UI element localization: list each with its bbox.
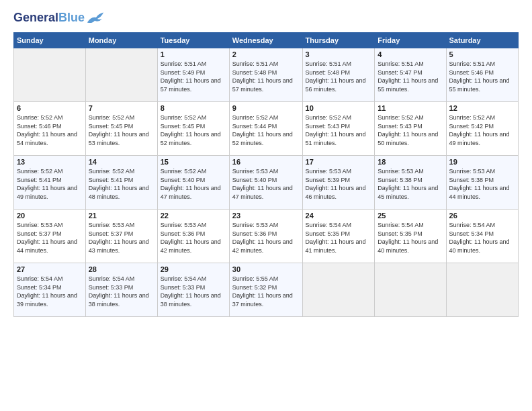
day-info: Sunrise: 5:54 AMSunset: 5:34 PMDaylight:… <box>17 275 83 308</box>
logo: GeneralBlue <box>13 11 105 26</box>
weekday-header-wednesday: Wednesday <box>229 33 302 48</box>
day-number: 4 <box>378 50 443 58</box>
day-number: 11 <box>378 104 443 112</box>
calendar-cell: 25Sunrise: 5:54 AMSunset: 5:35 PMDayligh… <box>375 210 446 263</box>
day-info: Sunrise: 5:53 AMSunset: 5:36 PMDaylight:… <box>161 221 226 255</box>
day-info: Sunrise: 5:53 AMSunset: 5:37 PMDaylight:… <box>89 221 154 255</box>
calendar-table: SundayMondayTuesdayWednesdayThursdayFrid… <box>13 32 519 317</box>
day-number: 19 <box>449 158 515 166</box>
logo-bird-icon <box>86 11 105 26</box>
day-info: Sunrise: 5:52 AMSunset: 5:41 PMDaylight:… <box>89 167 154 201</box>
day-number: 21 <box>89 212 154 220</box>
day-number: 1 <box>161 50 226 58</box>
day-number: 14 <box>89 158 154 166</box>
calendar-cell: 18Sunrise: 5:53 AMSunset: 5:38 PMDayligh… <box>375 156 446 210</box>
day-info: Sunrise: 5:51 AMSunset: 5:49 PMDaylight:… <box>161 60 226 93</box>
day-number: 27 <box>17 265 83 273</box>
day-info: Sunrise: 5:54 AMSunset: 5:33 PMDaylight:… <box>161 275 226 308</box>
weekday-header-friday: Friday <box>375 33 446 48</box>
day-number: 24 <box>306 212 372 220</box>
day-info: Sunrise: 5:55 AMSunset: 5:32 PMDaylight:… <box>232 275 300 308</box>
day-number: 23 <box>232 212 300 220</box>
day-number: 15 <box>161 158 226 166</box>
calendar-cell: 6Sunrise: 5:52 AMSunset: 5:46 PMDaylight… <box>14 102 86 156</box>
day-number: 3 <box>306 50 372 58</box>
calendar-cell: 22Sunrise: 5:53 AMSunset: 5:36 PMDayligh… <box>157 210 229 263</box>
weekday-header-row: SundayMondayTuesdayWednesdayThursdayFrid… <box>14 33 519 48</box>
day-info: Sunrise: 5:54 AMSunset: 5:35 PMDaylight:… <box>378 221 443 255</box>
day-info: Sunrise: 5:51 AMSunset: 5:48 PMDaylight:… <box>306 60 372 93</box>
day-number: 7 <box>89 104 154 112</box>
calendar-cell: 5Sunrise: 5:51 AMSunset: 5:46 PMDaylight… <box>446 48 518 102</box>
day-info: Sunrise: 5:52 AMSunset: 5:42 PMDaylight:… <box>449 113 515 147</box>
calendar-cell: 15Sunrise: 5:52 AMSunset: 5:40 PMDayligh… <box>157 156 229 210</box>
day-number: 5 <box>449 50 515 58</box>
day-info: Sunrise: 5:52 AMSunset: 5:45 PMDaylight:… <box>161 113 226 147</box>
day-info: Sunrise: 5:53 AMSunset: 5:37 PMDaylight:… <box>17 221 83 255</box>
day-info: Sunrise: 5:51 AMSunset: 5:48 PMDaylight:… <box>232 60 300 93</box>
calendar-cell: 8Sunrise: 5:52 AMSunset: 5:45 PMDaylight… <box>157 102 229 156</box>
day-info: Sunrise: 5:53 AMSunset: 5:38 PMDaylight:… <box>378 167 443 201</box>
day-number: 26 <box>449 212 515 220</box>
day-info: Sunrise: 5:52 AMSunset: 5:41 PMDaylight:… <box>17 167 83 201</box>
day-number: 29 <box>161 265 226 273</box>
calendar-cell: 3Sunrise: 5:51 AMSunset: 5:48 PMDaylight… <box>302 48 375 102</box>
day-number: 20 <box>17 212 83 220</box>
day-number: 30 <box>232 265 300 273</box>
calendar-cell: 29Sunrise: 5:54 AMSunset: 5:33 PMDayligh… <box>157 263 229 317</box>
calendar-cell: 30Sunrise: 5:55 AMSunset: 5:32 PMDayligh… <box>229 263 302 317</box>
calendar-cell: 24Sunrise: 5:54 AMSunset: 5:35 PMDayligh… <box>302 210 375 263</box>
day-number: 22 <box>161 212 226 220</box>
calendar-cell <box>85 48 157 102</box>
day-number: 17 <box>306 158 372 166</box>
logo-text: GeneralBlue <box>13 11 85 25</box>
calendar-cell: 17Sunrise: 5:53 AMSunset: 5:39 PMDayligh… <box>302 156 375 210</box>
day-info: Sunrise: 5:54 AMSunset: 5:33 PMDaylight:… <box>89 275 154 308</box>
day-info: Sunrise: 5:51 AMSunset: 5:46 PMDaylight:… <box>449 60 515 93</box>
day-info: Sunrise: 5:54 AMSunset: 5:35 PMDaylight:… <box>306 221 372 255</box>
calendar-cell: 12Sunrise: 5:52 AMSunset: 5:42 PMDayligh… <box>446 102 518 156</box>
day-info: Sunrise: 5:53 AMSunset: 5:38 PMDaylight:… <box>449 167 515 201</box>
calendar-cell: 27Sunrise: 5:54 AMSunset: 5:34 PMDayligh… <box>14 263 86 317</box>
calendar-cell <box>14 48 86 102</box>
day-number: 10 <box>306 104 372 112</box>
day-info: Sunrise: 5:51 AMSunset: 5:47 PMDaylight:… <box>378 60 443 93</box>
day-info: Sunrise: 5:52 AMSunset: 5:44 PMDaylight:… <box>232 113 300 147</box>
calendar-cell: 28Sunrise: 5:54 AMSunset: 5:33 PMDayligh… <box>85 263 157 317</box>
day-info: Sunrise: 5:53 AMSunset: 5:40 PMDaylight:… <box>232 167 300 201</box>
calendar-cell <box>375 263 446 317</box>
calendar-cell: 21Sunrise: 5:53 AMSunset: 5:37 PMDayligh… <box>85 210 157 263</box>
calendar-cell: 9Sunrise: 5:52 AMSunset: 5:44 PMDaylight… <box>229 102 302 156</box>
calendar-cell: 10Sunrise: 5:52 AMSunset: 5:43 PMDayligh… <box>302 102 375 156</box>
weekday-header-thursday: Thursday <box>302 33 375 48</box>
calendar-cell: 7Sunrise: 5:52 AMSunset: 5:45 PMDaylight… <box>85 102 157 156</box>
calendar-week-1: 1Sunrise: 5:51 AMSunset: 5:49 PMDaylight… <box>14 48 519 102</box>
weekday-header-saturday: Saturday <box>446 33 518 48</box>
calendar-week-2: 6Sunrise: 5:52 AMSunset: 5:46 PMDaylight… <box>14 102 519 156</box>
day-number: 8 <box>161 104 226 112</box>
day-number: 25 <box>378 212 443 220</box>
day-number: 6 <box>17 104 83 112</box>
calendar-cell: 20Sunrise: 5:53 AMSunset: 5:37 PMDayligh… <box>14 210 86 263</box>
day-number: 28 <box>89 265 154 273</box>
day-number: 12 <box>449 104 515 112</box>
weekday-header-sunday: Sunday <box>14 33 86 48</box>
calendar-cell: 11Sunrise: 5:52 AMSunset: 5:43 PMDayligh… <box>375 102 446 156</box>
day-number: 2 <box>232 50 300 58</box>
day-info: Sunrise: 5:53 AMSunset: 5:36 PMDaylight:… <box>232 221 300 255</box>
day-info: Sunrise: 5:53 AMSunset: 5:39 PMDaylight:… <box>306 167 372 201</box>
calendar-week-3: 13Sunrise: 5:52 AMSunset: 5:41 PMDayligh… <box>14 156 519 210</box>
calendar-cell: 1Sunrise: 5:51 AMSunset: 5:49 PMDaylight… <box>157 48 229 102</box>
calendar-cell: 14Sunrise: 5:52 AMSunset: 5:41 PMDayligh… <box>85 156 157 210</box>
day-number: 16 <box>232 158 300 166</box>
day-info: Sunrise: 5:52 AMSunset: 5:46 PMDaylight:… <box>17 113 83 147</box>
calendar-cell <box>446 263 518 317</box>
day-info: Sunrise: 5:52 AMSunset: 5:43 PMDaylight:… <box>306 113 372 147</box>
calendar-week-5: 27Sunrise: 5:54 AMSunset: 5:34 PMDayligh… <box>14 263 519 317</box>
day-info: Sunrise: 5:52 AMSunset: 5:43 PMDaylight:… <box>378 113 443 147</box>
calendar-cell: 13Sunrise: 5:52 AMSunset: 5:41 PMDayligh… <box>14 156 86 210</box>
header: GeneralBlue <box>13 11 519 26</box>
day-number: 13 <box>17 158 83 166</box>
day-number: 18 <box>378 158 443 166</box>
day-info: Sunrise: 5:54 AMSunset: 5:34 PMDaylight:… <box>449 221 515 255</box>
